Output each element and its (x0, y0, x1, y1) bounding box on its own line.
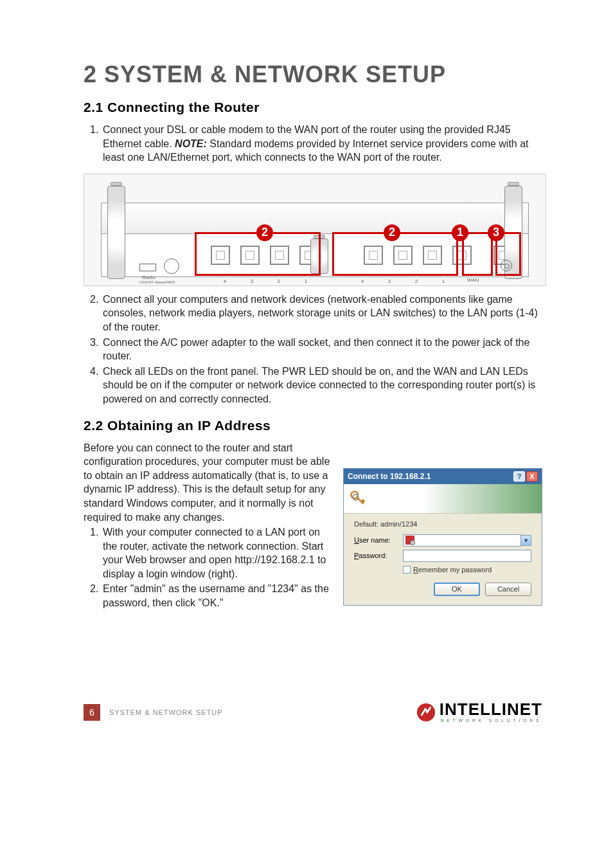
list-item: 4.Check all LEDs on the front panel. The… (84, 365, 542, 406)
password-label: Password: (354, 552, 403, 559)
section1-steps-cont: 2.Connect all your computers and network… (84, 293, 542, 406)
dialog-title-text: Connect to 192.168.2.1 (348, 472, 431, 481)
section2-steps: 1.With your computer connected to a LAN … (84, 525, 335, 610)
svg-point-2 (417, 703, 435, 721)
brand-logo: INTELLINET NETWORK SOLUTIONS (416, 702, 542, 723)
brand-tagline: NETWORK SOLUTIONS (441, 718, 542, 723)
radio-switch-icon (139, 264, 156, 271)
page-title: 2 SYSTEM & NETWORK SETUP (84, 61, 542, 88)
remember-checkbox[interactable] (403, 566, 411, 574)
step-number: 2. (90, 582, 103, 596)
router-diagram: Radio ON/OFF Reset/WPS 4 3 2 1 4 3 2 1 W… (84, 174, 546, 286)
page-number: 6 (84, 704, 100, 721)
list-item: 2.Connect all your computers and network… (84, 293, 542, 334)
step-number: 3. (90, 336, 103, 350)
brand-name: INTELLINET (440, 702, 542, 717)
realm-text: Default: admin/1234 (354, 520, 531, 528)
highlight-box (195, 232, 321, 276)
dialog-titlebar[interactable]: Connect to 192.168.2.1 ? X (344, 469, 542, 484)
close-button[interactable]: X (526, 471, 538, 482)
step-number: 1. (90, 525, 103, 539)
callout-badge: 1 (452, 224, 468, 241)
remember-label: Remember my password (413, 566, 492, 574)
username-label: User name: (354, 536, 403, 544)
dialog-banner (344, 484, 542, 514)
section-heading-2: 2.2 Obtaining an IP Address (84, 418, 542, 433)
section1-steps: 1.Connect your DSL or cable modem to the… (84, 123, 542, 165)
note-label: NOTE: (175, 138, 207, 149)
password-input[interactable] (403, 550, 531, 562)
step-text: Connect the A/C power adapter to the wal… (103, 337, 529, 362)
step-text: With your computer connected to a LAN po… (103, 527, 326, 579)
radio-label: Radio (142, 275, 155, 280)
step-number: 2. (90, 293, 103, 307)
list-item: 1.With your computer connected to a LAN … (84, 525, 335, 581)
help-button[interactable]: ? (513, 471, 525, 482)
callout-badge: 3 (488, 224, 504, 241)
cancel-button[interactable]: Cancel (485, 583, 531, 596)
list-item: 2.Enter "admin" as the username and "123… (84, 582, 335, 610)
login-dialog: Connect to 192.168.2.1 ? X Default: admi… (343, 468, 542, 606)
dropdown-button[interactable]: ▾ (521, 535, 531, 546)
username-input[interactable] (403, 534, 521, 547)
user-icon (405, 536, 414, 545)
antenna-icon (107, 186, 125, 279)
list-item: 3.Connect the A/C power adapter to the w… (84, 336, 542, 363)
highlight-box (462, 232, 493, 276)
footer-section-text: SYSTEM & NETWORK SETUP (109, 709, 223, 716)
switch-label: ON/OFF Reset/WPS (139, 280, 175, 284)
step-text: Enter "admin" as the username and "1234"… (103, 583, 329, 608)
ok-button[interactable]: OK (434, 583, 480, 596)
list-item: 1.Connect your DSL or cable modem to the… (84, 123, 542, 165)
callout-badge: 2 (256, 224, 273, 241)
callout-badge: 2 (384, 224, 400, 241)
step-text: Connect all your computers and network d… (103, 294, 538, 332)
step-text: Check all LEDs on the front panel. The P… (103, 366, 535, 404)
step-number: 4. (90, 365, 103, 379)
page-footer: 6 SYSTEM & NETWORK SETUP INTELLINET NETW… (84, 704, 542, 721)
brand-mark-icon (416, 703, 436, 722)
section-heading-1: 2.1 Connecting the Router (84, 100, 542, 115)
step-number: 1. (90, 123, 103, 137)
port-numbers: 4 3 2 1 (349, 278, 457, 284)
wps-button-icon (164, 258, 179, 274)
keys-icon (349, 489, 367, 507)
intro-paragraph: Before you can connect to the router and… (84, 441, 335, 525)
port-numbers: 4 3 2 1 (211, 278, 319, 284)
wan-label: WAN (467, 277, 479, 283)
